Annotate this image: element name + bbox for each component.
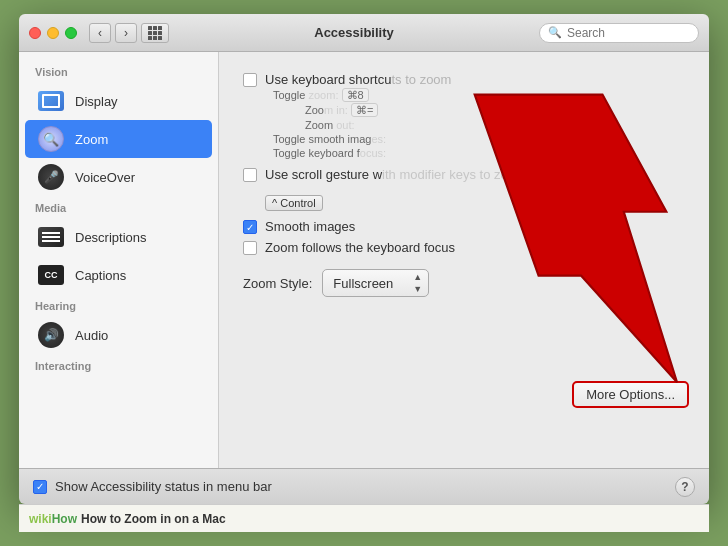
- sidebar: Vision Display 🔍 Zoom 🎤 VoiceOver Med: [19, 52, 219, 468]
- sidebar-item-audio[interactable]: 🔊 Audio: [25, 316, 212, 354]
- voiceover-icon: 🎤: [37, 163, 65, 191]
- forward-button[interactable]: ›: [115, 23, 137, 43]
- minimize-button[interactable]: [47, 27, 59, 39]
- audio-icon: 🔊: [37, 321, 65, 349]
- sidebar-item-display[interactable]: Display: [25, 82, 212, 120]
- sidebar-item-descriptions[interactable]: Descriptions: [25, 218, 212, 256]
- keyboard-shortcuts-block: Use keyboard shortcuts to zoom Toggle zo…: [265, 72, 451, 159]
- smooth-images-row: ✓ Smooth images: [243, 219, 685, 234]
- zoom-follows-row: Zoom follows the keyboard focus: [243, 240, 685, 255]
- how-text: How: [52, 512, 77, 526]
- zoom-icon: 🔍: [37, 125, 65, 153]
- sidebar-item-captions[interactable]: CC Captions: [25, 256, 212, 294]
- window-title: Accessibility: [314, 25, 394, 40]
- sidebar-item-label: Captions: [75, 268, 126, 283]
- keyboard-shortcuts-checkbox[interactable]: [243, 73, 257, 87]
- search-box[interactable]: 🔍: [539, 23, 699, 43]
- zoom-follows-checkbox[interactable]: [243, 241, 257, 255]
- scroll-gesture-row: Use scroll gesture with modifier keys to…: [243, 167, 685, 182]
- maximize-button[interactable]: [65, 27, 77, 39]
- toggle-smooth-sublabel: Toggle smooth images:: [265, 133, 451, 145]
- section-label-interacting: Interacting: [19, 354, 218, 376]
- smooth-images-checkbox[interactable]: ✓: [243, 220, 257, 234]
- search-icon: 🔍: [548, 26, 562, 39]
- content-panel: Use keyboard shortcuts to zoom Toggle zo…: [219, 52, 709, 468]
- title-bar: ‹ › Accessibility 🔍: [19, 14, 709, 52]
- zoom-style-dropdown[interactable]: Fullscreen ▲ ▼: [322, 269, 429, 297]
- wikihow-article-title: How to Zoom in on a Mac: [81, 512, 226, 526]
- keyboard-shortcuts-row: Use keyboard shortcuts to zoom Toggle zo…: [243, 72, 685, 159]
- bottom-bar: ✓ Show Accessibility status in menu bar …: [19, 468, 709, 504]
- scroll-gesture-area: Use scroll gesture with modifier keys to…: [243, 167, 685, 211]
- grid-view-button[interactable]: [141, 23, 169, 43]
- toggle-zoom-sublabel: Toggle zoom: ⌘8: [265, 89, 451, 102]
- scroll-gesture-label: Use scroll gesture with modifier keys to…: [265, 167, 529, 182]
- sidebar-item-label: VoiceOver: [75, 170, 135, 185]
- show-status-label: Show Accessibility status in menu bar: [55, 479, 272, 494]
- captions-icon: CC: [37, 261, 65, 289]
- sidebar-item-label: Audio: [75, 328, 108, 343]
- search-input[interactable]: [567, 26, 687, 40]
- wikihow-title-strong: How to Zoom in on a Mac: [81, 512, 226, 526]
- zoom-in-sublabel: Zoom in: ⌘=: [265, 104, 451, 117]
- zoom-style-row: Zoom Style: Fullscreen ▲ ▼: [243, 269, 685, 297]
- main-area: Vision Display 🔍 Zoom 🎤 VoiceOver Med: [19, 52, 709, 468]
- scroll-gesture-checkbox[interactable]: [243, 168, 257, 182]
- zoom-follows-label: Zoom follows the keyboard focus: [265, 240, 455, 255]
- dropdown-arrow-icon: ▲ ▼: [413, 272, 422, 294]
- zoom-style-value: Fullscreen: [333, 276, 393, 291]
- nav-buttons: ‹ ›: [89, 23, 137, 43]
- sidebar-item-label: Zoom: [75, 132, 108, 147]
- grid-icon: [148, 26, 162, 40]
- title-bar-center: Accessibility: [169, 25, 539, 40]
- wiki-text: wiki: [29, 512, 52, 526]
- zoom-out-sublabel: Zoom out:: [265, 119, 451, 131]
- wikihow-logo: wikiHow: [29, 512, 77, 526]
- help-button[interactable]: ?: [675, 477, 695, 497]
- more-options-button[interactable]: More Options...: [572, 381, 689, 408]
- section-label-vision: Vision: [19, 60, 218, 82]
- smooth-images-label: Smooth images: [265, 219, 355, 234]
- back-button[interactable]: ‹: [89, 23, 111, 43]
- control-tag: ^ Control: [265, 195, 323, 211]
- sidebar-item-zoom[interactable]: 🔍 Zoom: [25, 120, 212, 158]
- keyboard-shortcuts-label: Use keyboard shortcuts to zoom: [265, 72, 451, 87]
- zoom-style-label: Zoom Style:: [243, 276, 312, 291]
- section-label-hearing: Hearing: [19, 294, 218, 316]
- main-window: ‹ › Accessibility 🔍 Vision: [19, 14, 709, 504]
- descriptions-icon: [37, 223, 65, 251]
- sidebar-item-voiceover[interactable]: 🎤 VoiceOver: [25, 158, 212, 196]
- section-label-media: Media: [19, 196, 218, 218]
- show-status-checkbox[interactable]: ✓: [33, 480, 47, 494]
- control-tag-row: ^ Control: [265, 193, 685, 211]
- display-icon: [37, 87, 65, 115]
- sidebar-item-label: Display: [75, 94, 118, 109]
- traffic-lights: [29, 27, 77, 39]
- toggle-keyboard-sublabel: Toggle keyboard focus:: [265, 147, 451, 159]
- wikihow-bar: wikiHow How to Zoom in on a Mac: [19, 504, 709, 532]
- sidebar-item-label: Descriptions: [75, 230, 147, 245]
- close-button[interactable]: [29, 27, 41, 39]
